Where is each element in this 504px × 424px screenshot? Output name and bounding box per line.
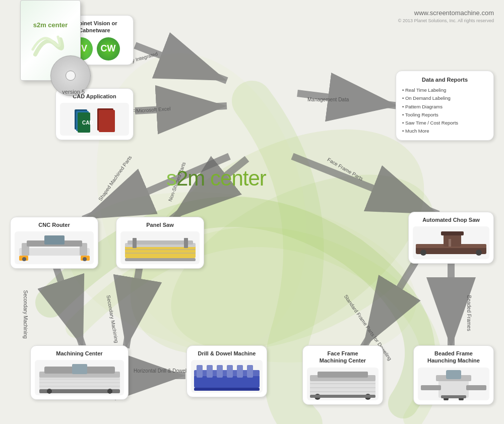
panel-image [120,231,200,264]
drill-title: Drill & Dowel Machine [191,350,263,357]
copyright-text: © 2013 Planet Solutions, Inc. All rights… [398,18,494,23]
drill-dowel-box: Drill & Dowel Machine [186,345,267,397]
package-title: s2m center [33,21,68,29]
cnc-image [15,231,94,264]
software-package: s2m center version 5 [10,0,91,96]
svg-point-20 [22,257,26,261]
data-reports-list: Real Time Labeling On Demand Labeling Pa… [402,86,487,135]
cnc-router-box: CNC Router [10,217,98,269]
svg-rect-36 [449,239,451,247]
chop-image [413,226,489,259]
svg-point-35 [476,250,482,256]
svg-rect-58 [318,372,368,378]
data-reports-title: Data and Reports [402,76,487,83]
svg-rect-26 [133,238,137,248]
svg-point-21 [83,257,87,261]
svg-rect-53 [237,365,243,378]
svg-rect-13 [19,248,90,256]
data-item-5: Saw Time / Cost Reports [402,119,487,127]
website-url: www.screentomachine.com [414,9,494,17]
arrow-secondary-1: Secondary Machining [23,290,28,339]
svg-rect-54 [247,365,253,378]
beaded-title: Beaded Frame Haunching Machine [418,350,489,365]
machining-center-box: Machining Center [30,345,129,400]
svg-rect-55 [194,388,260,391]
arrow-secondary-2: Secondary Machining [106,295,120,344]
data-reports-box: Data and Reports Real Time Labeling On D… [396,71,494,141]
automated-chop-saw-box: Automated Chop Saw [408,212,494,264]
drill-image [191,360,263,393]
svg-rect-67 [421,385,441,390]
svg-rect-69 [446,370,461,379]
s2m-software-box: s2m center version 5 [0,0,101,96]
svg-text:CAD: CAD [82,120,93,126]
arrow-face-frame-parts: Face Frame Parts [327,157,364,182]
svg-point-34 [420,250,426,256]
svg-rect-33 [441,231,464,235]
s2m-center-word: center [210,166,266,190]
svg-point-41 [47,389,52,394]
data-item-6: Much More [402,127,487,135]
cw-logo: CW [97,37,120,60]
svg-rect-43 [72,364,87,374]
svg-rect-27 [184,238,188,248]
face-frame-machining-box: Face Frame Machining Center [302,345,383,405]
svg-rect-68 [466,385,486,390]
cad-image: CAD [60,103,129,136]
s2m-center-logo: s2m center [166,166,266,191]
svg-rect-25 [125,258,196,261]
svg-rect-17 [44,235,65,245]
beaded-image [418,368,489,400]
svg-rect-50 [207,365,213,378]
faceframe-title: Face Frame Machining Center [307,350,379,365]
panel-saw-box: Panel Saw [116,217,204,269]
svg-rect-51 [217,365,223,378]
arrow-horizontal-drill: Horizontal Drill & Doweling [134,368,193,374]
svg-point-42 [107,389,112,394]
svg-rect-61 [310,395,375,398]
svg-rect-11 [99,110,115,132]
machining-title: Machining Center [35,350,124,357]
svg-rect-49 [197,365,203,378]
data-item-4: Tooling Reports [402,111,487,119]
svg-rect-72 [441,395,466,398]
cnc-title: CNC Router [15,221,94,228]
arrow-management-data: Management Data [307,97,349,102]
data-item-1: Real Time Labeling [402,86,487,94]
data-item-3: Pattern Diagrams [402,103,487,111]
machining-image [35,360,124,395]
arrow-beaded-frames: Beaded Frames [466,295,472,331]
version-label: version 5 [62,89,85,95]
s2m-2m: 2m [176,166,205,190]
cad-application-box: CAD Application CAD [55,88,134,140]
faceframe-image [307,368,379,400]
svg-rect-52 [227,365,233,378]
disk-hole [66,71,76,81]
svg-rect-24 [128,240,193,245]
data-item-2: On Demand Labeling [402,94,487,102]
svg-rect-32 [444,234,461,247]
arrow-shaped-parts: Shaped Machined Parts [97,155,133,202]
s2m-text: s [166,166,176,190]
beaded-frame-haunching-box: Beaded Frame Haunching Machine [413,345,494,405]
panel-title: Panel Saw [120,221,200,228]
chop-title: Automated Chop Saw [413,216,489,223]
